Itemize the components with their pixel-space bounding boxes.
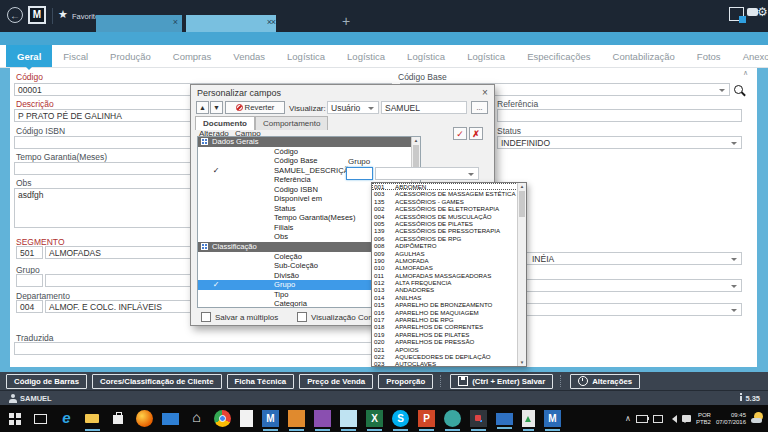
close-icon[interactable]: × (173, 17, 178, 27)
back-icon[interactable]: ← (7, 7, 23, 23)
export-icon[interactable] (729, 7, 744, 21)
close-icon[interactable]: × (482, 87, 488, 98)
taskbar-app-icon[interactable]: M (544, 410, 561, 427)
user-input[interactable]: SAMUEL (381, 101, 467, 114)
taskbar-app-icon[interactable]: ⌂ (188, 410, 205, 427)
grupo-option[interactable]: 010 ALMOFADAS (372, 264, 518, 271)
grupo-option[interactable]: 004 ACESSÓRIOS DE MUSCULAÇÃO (372, 213, 518, 220)
checkbox-icon[interactable] (297, 312, 307, 322)
main-tab[interactable]: Logística (396, 45, 456, 67)
segmento-code-input[interactable]: 501 (16, 246, 43, 259)
display-icon[interactable] (653, 415, 663, 423)
main-tab[interactable]: Compras (162, 45, 223, 67)
visualizar-dropdown[interactable]: Usuário (327, 101, 379, 114)
taskbar-app-icon[interactable] (470, 410, 487, 427)
main-tab[interactable]: Logística (336, 45, 396, 67)
departamento-right-dropdown[interactable] (497, 303, 742, 316)
main-tab[interactable]: Contabilização (602, 45, 686, 67)
language-indicator[interactable]: PORPTB2 (696, 412, 711, 426)
grupo-option[interactable]: 012 ALTA FREQUENCIA (372, 279, 518, 286)
taskbar-app-icon[interactable]: P (418, 410, 435, 427)
taskbar-app-icon[interactable] (314, 410, 331, 427)
checkbox-icon[interactable] (201, 312, 211, 322)
taskbar-app-icon[interactable] (136, 410, 153, 427)
ficha-tecnica-button[interactable]: Ficha Técnica (227, 374, 295, 389)
scrollbar-up-icon[interactable]: ▲ (412, 137, 420, 144)
grupo-option[interactable]: 020 APARELHOS DE PRESSÃO (372, 338, 518, 345)
grupo-option[interactable]: 019 APARELHOS DE PILATES (372, 331, 518, 338)
salvar-button[interactable]: (Ctrl + Enter) Salvar (450, 374, 553, 389)
main-tab[interactable]: Fiscal (52, 45, 99, 67)
grupo-option[interactable]: 006 ACESSÓRIOS DE RPG (372, 235, 518, 242)
tray-chevron-icon[interactable]: ∧ (625, 414, 631, 423)
grupo-option[interactable]: 003 ACESSORIOS DE MASSAGEM ESTÉTICA (372, 190, 518, 197)
taskbar-app-icon[interactable]: S (392, 410, 409, 427)
main-tab[interactable]: Geral (6, 45, 52, 67)
scrollbar-thumb[interactable] (519, 191, 525, 217)
grupo-code-input[interactable] (16, 274, 43, 287)
move-up-button[interactable]: ▲ (196, 101, 209, 114)
favorites-star-icon[interactable]: ★ (58, 8, 68, 21)
grupo-right-dropdown[interactable] (497, 279, 742, 292)
scrollbar-down-icon[interactable]: ▼ (518, 359, 526, 366)
segmento-right-dropdown[interactable]: INÉIA (497, 252, 742, 265)
taskbar-app-icon[interactable] (240, 410, 253, 427)
grupo-option[interactable]: 139 ACESSÓRIOS DE PRESSOTERAPIA (372, 227, 518, 234)
grupo-option[interactable]: 015 APARELHO DE BRONZEAMENTO (372, 301, 518, 308)
clock[interactable]: 09:4507/07/2016 (716, 412, 746, 426)
grupo-option[interactable]: 018 APARELHOS DE CORRENTES (372, 323, 518, 330)
taskbar-app-icon[interactable]: e (58, 410, 75, 427)
scroll-up-icon[interactable]: ∧ (743, 69, 748, 77)
main-tab[interactable]: Logística (276, 45, 336, 67)
grupo-option[interactable]: 135 ACESSÓRIOS - GAMES (372, 198, 518, 205)
grupo-option[interactable]: 021 APOIOS (372, 346, 518, 353)
close-icon[interactable]: × (271, 17, 276, 27)
main-tab[interactable]: Produção (99, 45, 162, 67)
grupo-option[interactable]: 190 ALMOFADA (372, 257, 518, 264)
document-tab[interactable]: × (96, 15, 182, 32)
grupo-option[interactable]: 005 ACESSÓRIOS DE PILATES (372, 220, 518, 227)
salvar-multiplos-checkbox[interactable]: Salvar a múltiplos (201, 312, 278, 322)
grupo-option[interactable]: 014 ANILHAS (372, 294, 518, 301)
notification-icon[interactable] (682, 415, 691, 422)
taskbar-app-icon[interactable] (522, 410, 535, 427)
grupo-option[interactable]: 023 AUTOCLAVES (372, 360, 518, 367)
confirm-button[interactable]: ✓ (453, 127, 467, 140)
main-tab[interactable]: Logística (456, 45, 516, 67)
battery-icon[interactable] (636, 415, 648, 423)
taskbar-app-icon[interactable] (84, 410, 101, 427)
grupo-option[interactable]: 017 APARELHO DE RPG (372, 316, 518, 323)
grupo-option[interactable]: 011 ALMOFADAS MASSAGEADORAS (372, 272, 518, 279)
grupo-option[interactable]: 001 ABDOMEN (372, 183, 518, 190)
taskbar-app-icon[interactable] (32, 410, 49, 427)
taskbar-app-icon[interactable] (214, 410, 231, 427)
departamento-code-input[interactable]: 004 (16, 300, 43, 313)
taskbar-app-icon[interactable]: X (366, 410, 383, 427)
alteracoes-button[interactable]: Alterações (570, 374, 640, 389)
grupo-side-dropdown[interactable] (375, 167, 479, 180)
taskbar-app-icon[interactable]: M (262, 410, 279, 427)
taskbar-app-icon[interactable] (340, 410, 357, 427)
scrollbar-up-icon[interactable]: ▲ (518, 183, 526, 190)
gear-icon[interactable]: ⚙ (757, 5, 768, 19)
grupo-option[interactable]: 008 ADIPÔMETRO (372, 242, 518, 249)
cancel-button[interactable]: ✗ (469, 127, 483, 140)
main-tab[interactable]: Anexos (732, 45, 768, 67)
weather-icon[interactable] (751, 411, 766, 426)
taskbar-app-icon[interactable] (162, 413, 179, 425)
move-down-button[interactable]: ▼ (210, 101, 223, 114)
main-tab[interactable]: Especificações (516, 45, 601, 67)
search-icon[interactable] (734, 85, 743, 94)
proporcao-button[interactable]: Proporção (378, 374, 433, 389)
grupo-option[interactable]: 009 AGULHAS (372, 250, 518, 257)
grupo-option[interactable]: 013 ANDADORES (372, 286, 518, 293)
taskbar-app-icon[interactable] (496, 413, 513, 425)
browse-button[interactable]: ... (471, 101, 488, 114)
taskbar-app-icon[interactable] (288, 410, 305, 427)
grupo-option[interactable]: 002 ACESSÓRIOS DE ELETROTERAPIA (372, 205, 518, 212)
speaker-icon[interactable] (668, 415, 677, 423)
dialog-field-row[interactable]: Dados Gerais (198, 137, 412, 147)
dialog-field-row[interactable]: Código (198, 147, 412, 157)
document-tab[interactable]: × (186, 15, 276, 32)
cores-classificacao-button[interactable]: Cores/Classificação de Cliente (92, 374, 222, 389)
